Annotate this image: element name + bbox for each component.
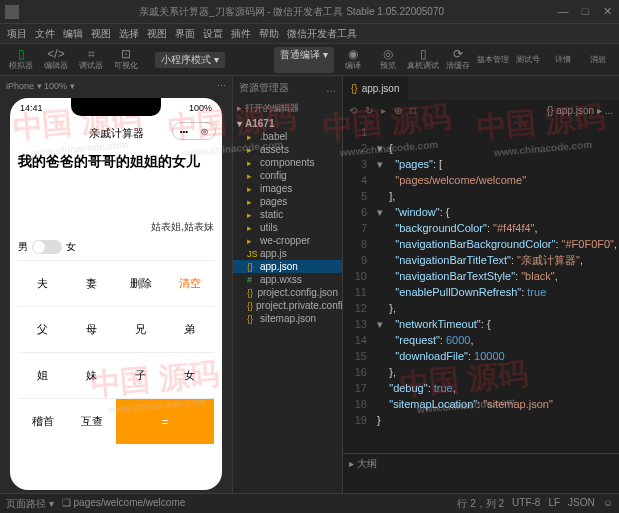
- tree-item-app-json[interactable]: {}app.json: [233, 260, 342, 273]
- maximize-button[interactable]: □: [578, 5, 592, 18]
- key-extra1[interactable]: 稽首: [18, 398, 67, 444]
- menu-item[interactable]: 编辑: [61, 27, 85, 41]
- editor-toolbar: ⟲ ↻ ▸ ⊕ □ {} app.json ▸ ...: [343, 100, 619, 120]
- vcs-button[interactable]: 版本管理: [477, 47, 509, 73]
- json-icon: {}: [247, 262, 257, 272]
- project-root[interactable]: ▾ A1671: [233, 117, 342, 130]
- capsule-menu-icon: •••: [180, 127, 188, 136]
- compile-dropdown[interactable]: 普通编译 ▾: [274, 47, 334, 73]
- explorer-more-icon[interactable]: …: [326, 83, 336, 94]
- compile-button[interactable]: ◉编译: [337, 47, 369, 73]
- key-younger-brother[interactable]: 弟: [165, 306, 214, 352]
- tree-item-images[interactable]: ▸images: [233, 182, 342, 195]
- breadcrumb[interactable]: {} app.json ▸ ...: [547, 105, 613, 116]
- code-icon: </>: [47, 48, 64, 60]
- ed-tool-icon[interactable]: ⊕: [394, 105, 402, 116]
- menu-item[interactable]: 视图: [145, 27, 169, 41]
- menu-item[interactable]: 选择: [117, 27, 141, 41]
- key-son[interactable]: 子: [116, 352, 165, 398]
- ed-tool-icon[interactable]: ↻: [365, 105, 373, 116]
- tree-item-static[interactable]: ▸static: [233, 208, 342, 221]
- editor-tab[interactable]: {} app.json: [343, 76, 408, 100]
- tree-item-assets[interactable]: ▸assets: [233, 143, 342, 156]
- mode-dropdown[interactable]: 小程序模式 ▾: [155, 52, 225, 68]
- cursor-position[interactable]: 行 2，列 2: [457, 497, 504, 511]
- open-editors-section[interactable]: ▸ 打开的编辑器: [233, 100, 342, 117]
- simulator-panel: iPhone ▾ 100% ▾ ⋯ 14:41 100% 亲戚计算器 ••• ◎: [0, 76, 233, 493]
- key-older-brother[interactable]: 兄: [116, 306, 165, 352]
- feedback-icon[interactable]: ☺: [603, 497, 613, 511]
- key-daughter[interactable]: 女: [165, 352, 214, 398]
- menu-item[interactable]: 帮助: [257, 27, 281, 41]
- key-husband[interactable]: 夫: [18, 260, 67, 306]
- tree-item-app-js[interactable]: JSapp.js: [233, 247, 342, 260]
- notch: [71, 98, 161, 116]
- menu-item[interactable]: 视图: [89, 27, 113, 41]
- eol[interactable]: LF: [548, 497, 560, 511]
- menu-item[interactable]: 微信开发者工具: [285, 27, 359, 41]
- simulator-button[interactable]: ▯模拟器: [5, 47, 37, 73]
- test-button[interactable]: 测试号: [512, 47, 544, 73]
- page-path-value[interactable]: ❏ pages/welcome/welcome: [62, 497, 186, 511]
- key-wife[interactable]: 妻: [67, 260, 116, 306]
- editor-button[interactable]: </>编辑器: [40, 47, 72, 73]
- ed-tool-icon[interactable]: □: [410, 105, 416, 116]
- menu-item[interactable]: 插件: [229, 27, 253, 41]
- key-father[interactable]: 父: [18, 306, 67, 352]
- json-icon: {}: [247, 288, 254, 298]
- toolbar: ▯模拟器 </>编辑器 ⌗调试器 ⊡可视化 小程序模式 ▾ 普通编译 ▾ ◉编译…: [0, 44, 619, 76]
- explorer-title: 资源管理器: [239, 81, 289, 95]
- sim-tools-icon[interactable]: ⋯: [217, 81, 226, 91]
- folder-icon: ▸: [247, 145, 257, 155]
- tree-item-utils[interactable]: ▸utils: [233, 221, 342, 234]
- language-mode[interactable]: JSON: [568, 497, 595, 511]
- tree-item-project-config-json[interactable]: {}project.config.json: [233, 286, 342, 299]
- visual-button[interactable]: ⊡可视化: [110, 47, 142, 73]
- message-button[interactable]: 消息: [582, 47, 614, 73]
- key-older-sister[interactable]: 姐: [18, 352, 67, 398]
- clear-cache-button[interactable]: ⟳清缓存: [442, 47, 474, 73]
- key-delete[interactable]: 删除: [116, 260, 165, 306]
- key-mother[interactable]: 母: [67, 306, 116, 352]
- app-title: 亲戚关系计算器_刀客源码网 - 微信开发者工具 Stable 1.05.2200…: [27, 5, 556, 19]
- key-younger-sister[interactable]: 妹: [67, 352, 116, 398]
- key-clear[interactable]: 清空: [165, 260, 214, 306]
- tree-item-pages[interactable]: ▸pages: [233, 195, 342, 208]
- file-tree: ▾ A1671 ▸.babel▸assets▸components▸config…: [233, 117, 342, 493]
- close-button[interactable]: ✕: [600, 5, 614, 18]
- tree-item-config[interactable]: ▸config: [233, 169, 342, 182]
- page-path-label[interactable]: 页面路径 ▾: [6, 497, 54, 511]
- tree-item--babel[interactable]: ▸.babel: [233, 130, 342, 143]
- menu-item[interactable]: 界面: [173, 27, 197, 41]
- tree-item-sitemap-json[interactable]: {}sitemap.json: [233, 312, 342, 325]
- debugger-button[interactable]: ⌗调试器: [75, 47, 107, 73]
- encoding[interactable]: UTF-8: [512, 497, 540, 511]
- menu-item[interactable]: 设置: [201, 27, 225, 41]
- code-area[interactable]: 12345678910111213141516171819 ▾{ ▾ "page…: [343, 120, 619, 453]
- code-lines[interactable]: ▾{ ▾ "pages": [ "pages/welcome/welcome" …: [373, 120, 619, 453]
- details-button[interactable]: 详情: [547, 47, 579, 73]
- json-icon: {}: [247, 314, 257, 324]
- minimize-button[interactable]: —: [556, 5, 570, 18]
- status-time: 14:41: [20, 103, 43, 113]
- device-select[interactable]: iPhone ▾ 100% ▾: [6, 81, 75, 91]
- ed-tool-icon[interactable]: ▸: [381, 105, 386, 116]
- tree-item-components[interactable]: ▸components: [233, 156, 342, 169]
- key-equals[interactable]: =: [116, 398, 214, 444]
- folder-icon: ▸: [247, 184, 257, 194]
- menu-item[interactable]: 项目: [5, 27, 29, 41]
- ed-tool-icon[interactable]: ⟲: [349, 105, 357, 116]
- menu-item[interactable]: 文件: [33, 27, 57, 41]
- tree-item-project-private-config-json[interactable]: {}project.private.config.json: [233, 299, 342, 312]
- code-editor-panel: {} app.json ⟲ ↻ ▸ ⊕ □ {} app.json ▸ ... …: [343, 76, 619, 493]
- tree-item-app-wxss[interactable]: #app.wxss: [233, 273, 342, 286]
- title-bar: 亲戚关系计算器_刀客源码网 - 微信开发者工具 Stable 1.05.2200…: [0, 0, 619, 24]
- realdev-button[interactable]: ▯真机调试: [407, 47, 439, 73]
- tree-item-we-cropper[interactable]: ▸we-cropper: [233, 234, 342, 247]
- gender-switch[interactable]: [32, 240, 62, 254]
- key-reverse[interactable]: 互查: [67, 398, 116, 444]
- preview-button[interactable]: ◎预览: [372, 47, 404, 73]
- menu-bar: 项目 文件 编辑 视图 选择 视图 界面 设置 插件 帮助 微信开发者工具: [0, 24, 619, 44]
- outline-tab[interactable]: ▸ 大纲: [349, 457, 377, 471]
- capsule-button[interactable]: ••• ◎: [172, 122, 216, 140]
